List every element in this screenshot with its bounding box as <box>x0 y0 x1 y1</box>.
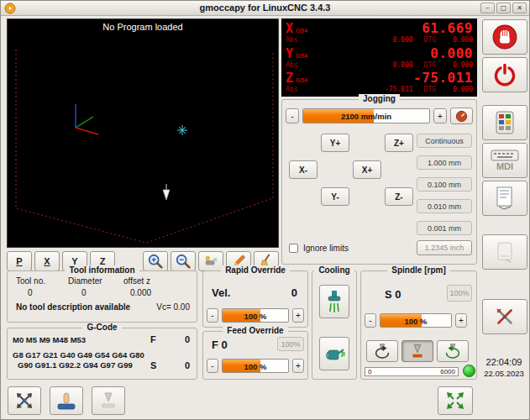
rapid-minus-button[interactable]: - <box>207 308 218 323</box>
rapid-override-slider[interactable]: 100 % <box>222 308 289 323</box>
f-value: 0 <box>185 334 190 344</box>
spindle-reset-button[interactable]: 100% <box>447 285 472 302</box>
manual-mode-button[interactable] <box>482 105 527 140</box>
spindle-plus-button[interactable]: + <box>455 313 467 328</box>
jog-x-plus-button[interactable]: X+ <box>353 160 381 179</box>
rapid-override-percent: 100 % <box>223 311 288 320</box>
spindle-override-slider[interactable]: 100 % <box>380 313 452 328</box>
vc-value: Vc= 0.00 <box>156 302 190 312</box>
spindle-stop-button[interactable] <box>401 340 433 362</box>
feed-plus-button[interactable]: + <box>292 359 304 373</box>
spindle-right-button[interactable] <box>437 340 469 362</box>
tool-measure-button[interactable] <box>92 386 125 415</box>
tool-no-header: Tool no. <box>16 276 45 286</box>
jog-speed-minus-button[interactable]: - <box>286 108 299 123</box>
maximize-button[interactable]: ▢ <box>496 3 511 13</box>
window-title: gmoccapy for LinuxCNC 3.4.3 <box>1 3 529 13</box>
minimize-button[interactable]: − <box>480 3 495 13</box>
tools-icon <box>492 304 517 329</box>
increment-continuous-button[interactable]: Continuous <box>417 134 472 148</box>
dro-z-value: -75.011 <box>413 70 473 86</box>
dro-axis-y[interactable]: Y G54 0.000 Abs 0.000 DTG 0.000 <box>286 45 473 71</box>
view-tool-button[interactable] <box>198 251 223 271</box>
increment-1mm-button[interactable]: 1.000 mm <box>417 155 472 170</box>
view-y-button[interactable]: Y <box>62 251 87 271</box>
rapid-plus-button[interactable]: + <box>292 308 304 323</box>
magnifier-minus-icon <box>175 253 192 270</box>
main-window: gmoccapy for LinuxCNC 3.4.3 − ▢ ✕ No Pro… <box>0 0 530 420</box>
spindle-rpm-bar: 0 6000 <box>365 367 459 376</box>
auto-mode-button[interactable] <box>482 181 527 216</box>
feed-override-panel: Feed Override F 0 100% - 100 % + <box>202 331 308 380</box>
spindle-panel: Spindle [rpm] S 0 100% - 100 % + 0 6000 <box>360 270 477 380</box>
preview-scene <box>8 19 278 247</box>
rapid-override-panel: Rapid Override Vel. 0 - 100 % + <box>202 270 308 328</box>
offset-z-value: 0.000 <box>130 288 151 297</box>
cooling-title: Cooling <box>314 265 354 275</box>
spindle-left-button[interactable] <box>366 340 398 362</box>
view-x-button[interactable]: X <box>34 251 60 271</box>
f-label: F <box>150 334 156 344</box>
jog-speed-slider[interactable]: 2100 mm/min <box>302 108 430 123</box>
tool-no-value: 0 <box>28 288 33 297</box>
spindle-minus-button[interactable]: - <box>365 313 376 328</box>
feed-minus-button[interactable]: - <box>207 359 218 373</box>
preview-message: No Program loaded <box>8 22 278 32</box>
jog-speed-menu-button[interactable] <box>450 108 473 124</box>
jog-speed-plus-button[interactable]: + <box>433 108 447 123</box>
dro-panel[interactable]: X G54 61.669 Abs 0.000 DTG 0.000 Y G54 0… <box>281 18 477 97</box>
ignore-limits-checkbox[interactable] <box>289 244 298 253</box>
view-p-button[interactable]: P <box>7 251 32 271</box>
tool-information-panel: Tool information Tool no. Diameter offse… <box>7 270 197 323</box>
program-icon <box>494 186 516 211</box>
increment-0001mm-button[interactable]: 0.001 mm <box>417 221 472 235</box>
active-m-codes: M0 M5 M9 M48 M53 <box>13 335 86 345</box>
spindle-override-percent: 100 % <box>380 316 451 325</box>
offset-z-header: offset z <box>123 276 150 286</box>
mist-icon <box>324 289 344 314</box>
jog-y-plus-button[interactable]: Y+ <box>321 134 349 152</box>
dro-x-value: 61.669 <box>422 20 473 36</box>
zoom-in-button[interactable] <box>143 251 168 271</box>
mist-button[interactable] <box>319 285 349 318</box>
expand-arrows-icon <box>444 390 466 412</box>
touch-xy-button[interactable] <box>8 386 41 415</box>
pencil-icon <box>230 253 247 270</box>
velocity-label: Vel. <box>212 286 230 299</box>
clear-plot-button[interactable] <box>254 251 279 271</box>
mdi-mode-button[interactable]: MDI <box>482 143 527 178</box>
touch-off-button[interactable] <box>50 386 83 415</box>
ignore-limits-label: Ignore limits <box>303 244 349 253</box>
rpm-max: 6000 <box>440 368 455 375</box>
close-button[interactable]: ✕ <box>512 3 527 13</box>
jog-x-minus-button[interactable]: X- <box>289 160 317 179</box>
clock-date: 22.05.2023 <box>480 369 528 378</box>
flood-button[interactable] <box>319 337 349 370</box>
jog-y-minus-button[interactable]: Y- <box>321 187 349 206</box>
user-tab-button[interactable] <box>482 234 527 270</box>
touch-plate-icon <box>55 390 77 412</box>
tool-icon <box>202 253 219 270</box>
increment-001mm-button[interactable]: 0.010 mm <box>417 199 472 213</box>
feed-reset-button[interactable]: 100% <box>277 337 304 351</box>
magnifier-plus-icon <box>147 253 164 270</box>
increment-01mm-button[interactable]: 0.100 mm <box>417 177 472 192</box>
estop-button[interactable] <box>482 19 527 55</box>
active-g-codes-2: G90 G91.1 G92.2 G94 G97 G99 <box>18 360 150 370</box>
dro-axis-x[interactable]: X G54 61.669 Abs 0.000 DTG 0.000 <box>286 20 473 45</box>
settings-button[interactable] <box>482 299 527 334</box>
machine-on-button[interactable] <box>482 57 527 92</box>
jog-z-minus-button[interactable]: Z- <box>385 187 413 206</box>
gremlin-preview[interactable]: No Program loaded <box>7 18 279 248</box>
spindle-speed-label: S 0 <box>385 288 401 301</box>
unit-toggle-button[interactable]: 1.2345 inch <box>417 240 472 255</box>
view-z-button[interactable]: Z <box>90 251 115 271</box>
dimensions-button[interactable] <box>226 251 251 271</box>
titlebar[interactable]: gmoccapy for LinuxCNC 3.4.3 − ▢ ✕ <box>1 1 529 16</box>
dro-axis-z[interactable]: Z G54 -75.011 Abs -75.011 DTG 0.000 <box>286 70 473 95</box>
feed-override-slider[interactable]: 100 % <box>222 359 289 373</box>
jog-z-plus-button[interactable]: Z+ <box>385 134 413 152</box>
dro-y-value: 0.000 <box>430 45 473 61</box>
zoom-out-button[interactable] <box>171 251 196 271</box>
maximize-preview-button[interactable] <box>438 386 473 415</box>
